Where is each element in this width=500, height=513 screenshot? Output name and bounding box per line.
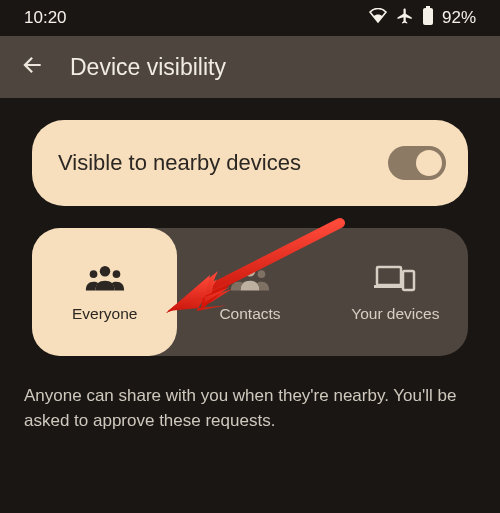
svg-point-7: [258, 270, 266, 278]
wifi-icon: [368, 8, 388, 29]
svg-point-5: [245, 266, 256, 277]
visibility-toggle[interactable]: [388, 146, 446, 180]
status-indicators: 92%: [368, 6, 476, 31]
app-bar: Device visibility: [0, 36, 500, 98]
svg-point-2: [99, 266, 110, 277]
arrow-left-icon: [19, 52, 45, 82]
visibility-card-title: Visible to nearby devices: [58, 150, 301, 176]
option-your-devices[interactable]: Your devices: [323, 228, 468, 356]
visibility-description: Anyone can share with you when they're n…: [0, 356, 500, 433]
back-button[interactable]: [16, 51, 48, 83]
visibility-toggle-card[interactable]: Visible to nearby devices: [32, 120, 468, 206]
battery-percent: 92%: [442, 8, 476, 28]
page-title: Device visibility: [70, 54, 226, 81]
svg-point-3: [89, 270, 97, 278]
svg-rect-8: [377, 267, 401, 285]
devices-icon: [373, 261, 417, 295]
svg-point-4: [112, 270, 120, 278]
svg-point-6: [235, 270, 243, 278]
content-area: Visible to nearby devices Everyone: [0, 98, 500, 356]
svg-rect-1: [423, 8, 433, 25]
option-label: Your devices: [351, 305, 439, 323]
people-group-icon: [83, 261, 127, 295]
status-bar: 10:20 92%: [0, 0, 500, 36]
airplane-icon: [396, 7, 414, 30]
people-group-icon: [228, 261, 272, 295]
visibility-options: Everyone Contacts: [32, 228, 468, 356]
option-contacts[interactable]: Contacts: [177, 228, 322, 356]
svg-rect-10: [403, 271, 414, 290]
battery-icon: [422, 6, 434, 31]
option-label: Contacts: [219, 305, 280, 323]
svg-rect-0: [426, 6, 430, 8]
svg-rect-9: [374, 285, 404, 288]
option-everyone[interactable]: Everyone: [32, 228, 177, 356]
toggle-thumb: [416, 150, 442, 176]
status-time: 10:20: [24, 8, 67, 28]
option-label: Everyone: [72, 305, 137, 323]
